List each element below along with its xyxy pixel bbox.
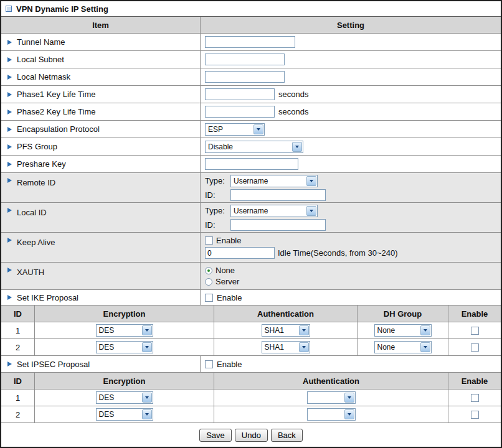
- keep-alive-idle-time-input[interactable]: [205, 247, 275, 259]
- row-xauth: XAUTH None Server: [1, 263, 501, 290]
- item-cell: Set IPSEC Proposal: [1, 356, 201, 372]
- field-label: Phase1 Key Life Time: [17, 90, 95, 99]
- dropdown-arrow-icon: [292, 142, 302, 152]
- dropdown-arrow-icon: [344, 393, 354, 403]
- row-local-id: Local ID Type: Username ID:: [1, 203, 501, 233]
- ipsec-table-header: ID Encryption Authentication Enable: [1, 373, 501, 390]
- bullet-arrow-icon: [7, 92, 12, 97]
- dropdown-arrow-icon: [142, 409, 152, 419]
- back-button[interactable]: Back: [271, 429, 303, 442]
- checkbox-label: Enable: [216, 236, 241, 245]
- pfs-group-select[interactable]: Disable: [205, 141, 303, 153]
- ike-row1-encryption-select[interactable]: DES: [96, 324, 153, 337]
- encapsulation-protocol-select[interactable]: ESP: [205, 123, 265, 136]
- dropdown-arrow-icon: [299, 342, 309, 352]
- tunnel-name-input[interactable]: [205, 36, 295, 48]
- dropdown-arrow-icon: [344, 409, 354, 419]
- item-cell: Local ID: [1, 203, 201, 232]
- dropdown-arrow-icon: [142, 325, 152, 335]
- ike-row1-dh-group-cell: None: [358, 322, 448, 338]
- setting-cell: seconds: [201, 103, 501, 120]
- item-cell: Phase2 Key Life Time: [1, 103, 201, 120]
- ike-row1-authentication-select[interactable]: SHA1: [262, 324, 310, 337]
- window-icon: [6, 6, 12, 12]
- local-subnet-input[interactable]: [205, 54, 285, 65]
- field-label: Preshare Key: [17, 159, 66, 169]
- dropdown-arrow-icon: [420, 342, 430, 352]
- local-id-input[interactable]: [230, 219, 326, 231]
- field-label: Set IKE Proposal: [17, 293, 78, 302]
- select-value: Username: [231, 205, 306, 217]
- ipsec-row1-id: 1: [1, 390, 35, 406]
- ike-row2-authentication-select[interactable]: SHA1: [262, 341, 310, 353]
- ipsec-row2-authentication-select[interactable]: [307, 408, 356, 421]
- ipsec-table-row: 1 DES: [1, 390, 501, 406]
- ipsec-row2-encryption-cell: DES: [35, 406, 214, 422]
- xauth-server-radio[interactable]: [205, 278, 212, 286]
- bullet-arrow-icon: [7, 362, 12, 366]
- remote-id-input[interactable]: [230, 189, 326, 201]
- item-cell: Remote ID: [1, 173, 201, 202]
- field-label: Local ID: [17, 208, 47, 217]
- row-tunnel-name: Tunnel Name: [1, 34, 501, 51]
- select-value: DES: [97, 392, 141, 403]
- page-title: VPN Dynamic IP Setting: [16, 4, 108, 14]
- select-value: [308, 409, 344, 420]
- type-label: Type:: [205, 176, 227, 185]
- phase2-key-life-time-input[interactable]: [205, 106, 275, 118]
- setting-cell: [201, 156, 501, 172]
- ike-row1-dh-group-select[interactable]: None: [374, 324, 432, 337]
- ike-row2-enable-cell: [448, 339, 501, 355]
- remote-id-type-select[interactable]: Username: [230, 175, 318, 187]
- row-pfs-group: PFS Group Disable: [1, 138, 501, 156]
- xauth-option-none[interactable]: None: [205, 266, 235, 275]
- dropdown-arrow-icon: [299, 325, 309, 335]
- select-value: ESP: [206, 124, 253, 135]
- row-keep-alive: Keep Alive Enable Idle Time(Seconds, fro…: [1, 233, 501, 263]
- xauth-option-server[interactable]: Server: [205, 277, 239, 286]
- setting-cell: Enable: [201, 356, 501, 372]
- ipsec-row1-enable-checkbox[interactable]: [471, 394, 479, 402]
- ipsec-row1-encryption-select[interactable]: DES: [96, 391, 153, 404]
- ike-row1-encryption-cell: DES: [35, 322, 214, 338]
- local-id-type-select[interactable]: Username: [230, 205, 318, 217]
- ike-header-encryption: Encryption: [35, 306, 214, 322]
- field-label: Remote ID: [17, 178, 55, 187]
- bullet-arrow-icon: [7, 208, 12, 213]
- field-label: Local Subnet: [17, 55, 64, 64]
- preshare-key-input[interactable]: [205, 158, 298, 170]
- set-ike-proposal-enable-checkbox[interactable]: [205, 294, 213, 302]
- setting-cell: Enable Idle Time(Seconds, from 30~240): [201, 233, 501, 262]
- local-id-type-line: Type: Username: [205, 205, 318, 217]
- bullet-arrow-icon: [7, 110, 12, 114]
- set-ipsec-proposal-enable-checkbox[interactable]: [205, 360, 213, 368]
- ipsec-header-id: ID: [1, 373, 35, 389]
- row-preshare-key: Preshare Key: [1, 156, 501, 173]
- row-set-ike-proposal: Set IKE Proposal Enable: [1, 290, 501, 306]
- ipsec-row2-enable-checkbox[interactable]: [471, 411, 479, 419]
- field-label: Tunnel Name: [17, 37, 65, 47]
- save-button[interactable]: Save: [199, 429, 232, 442]
- ike-row2-dh-group-cell: None: [358, 339, 448, 355]
- ipsec-row1-encryption-cell: DES: [35, 390, 214, 406]
- dropdown-arrow-icon: [306, 176, 316, 186]
- undo-button[interactable]: Undo: [235, 429, 268, 442]
- ike-row2-enable-checkbox[interactable]: [471, 343, 479, 352]
- ike-row2-authentication-cell: SHA1: [214, 339, 358, 355]
- ike-row2-encryption-select[interactable]: DES: [96, 341, 153, 353]
- ike-header-authentication: Authentication: [214, 306, 358, 322]
- ike-row2-dh-group-select[interactable]: None: [374, 341, 432, 353]
- local-netmask-input[interactable]: [205, 71, 285, 83]
- keep-alive-enable-checkbox[interactable]: [205, 236, 213, 245]
- table-header-row: Item Setting: [1, 17, 501, 34]
- ipsec-row2-enable-cell: [448, 406, 501, 422]
- ipsec-row2-encryption-select[interactable]: DES: [96, 408, 153, 421]
- ipsec-row1-authentication-select[interactable]: [307, 391, 356, 404]
- ike-header-dh-group: DH Group: [358, 306, 448, 322]
- ike-row1-enable-checkbox[interactable]: [471, 327, 479, 335]
- type-label: Type:: [205, 206, 227, 215]
- phase1-key-life-time-input[interactable]: [205, 88, 275, 100]
- remote-id-type-line: Type: Username: [205, 175, 318, 187]
- xauth-none-radio[interactable]: [205, 267, 212, 274]
- checkbox-label: Enable: [217, 293, 242, 302]
